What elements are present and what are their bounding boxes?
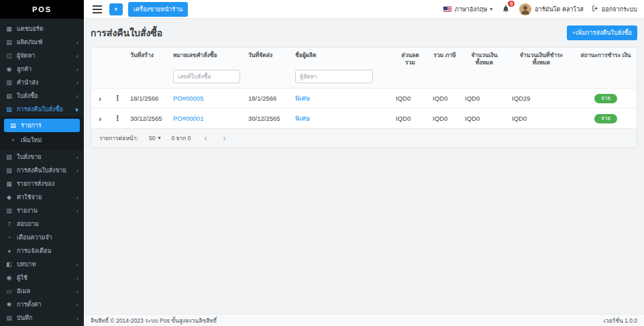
sidebar-item-label: บทบาท (17, 260, 72, 269)
sidebar-item-label: บันทึก (17, 313, 72, 323)
sidebar-item-suppliers[interactable]: ◫ ผู้จัดหา ‹ (0, 49, 84, 62)
notifications-button[interactable]: 0 (500, 3, 511, 15)
next-page-button[interactable]: › (221, 133, 229, 143)
total-amount-cell: IQD0 (461, 109, 508, 129)
column-header-supplier-name: ชื่อผู้ผลิต (291, 48, 392, 67)
sidebar-item-customers[interactable]: ◉ ลูกค้า ‹ (0, 62, 84, 76)
table-row: › ⋮ 18/1/2566 PO#00005 18/1/2566 พิเศษ I… (91, 89, 637, 109)
chevron-left-icon: ‹ (76, 79, 78, 87)
caret-down-icon: ▾ (158, 135, 160, 141)
sidebar-item-purchase-returns[interactable]: ▨ การส่งคืนใบสั่งซื้อ ▾ (0, 103, 84, 116)
sidebar-item-sales-orders[interactable]: ▧ ใบสั่งขาย ‹ (0, 150, 84, 164)
email-icon: ▭ (5, 288, 13, 294)
app-logo[interactable]: POS (0, 0, 84, 19)
sidebar-item-expenses[interactable]: ◆ ค่าใช้จ่าย ‹ (0, 191, 84, 204)
sidebar-item-label: ค่าใช้จ่าย (17, 193, 72, 202)
sidebar-subitem-list[interactable]: ▤ รายการ (4, 119, 80, 132)
sidebar-item-dashboard[interactable]: ▦ แดชบอร์ด (0, 22, 84, 36)
sidebar-item-roles[interactable]: ◧ บทบาท ‹ (0, 258, 84, 271)
total-discount-cell: IQD0 (392, 89, 429, 109)
pos-terminal-button[interactable]: เครื่องขายหน้าร้าน (128, 2, 188, 17)
sidebar-item-users[interactable]: ◉ ผู้ใช้ ‹ (0, 271, 84, 284)
chevron-left-icon: ‹ (76, 274, 78, 282)
expenses-icon: ◆ (5, 194, 13, 201)
chevron-left-icon: ‹ (76, 66, 78, 73)
supplier-filter-input[interactable] (295, 70, 373, 83)
column-header-total-paid: จำนวนเงินที่ชำระ ทั้งหมด (508, 48, 575, 67)
order-number-link[interactable]: PO#00001 (173, 115, 203, 122)
sidebar-item-label: การส่งคืนใบสั่งซื้อ (17, 105, 71, 114)
sidebar-item-label: รายการสั่งของ (17, 179, 78, 188)
sidebar-item-inquiry[interactable]: ? สอบถาม (0, 217, 84, 231)
sidebar-item-purchase-orders[interactable]: ▧ ใบสั่งซื้อ ‹ (0, 89, 84, 103)
page-header: การส่งคืนใบสั่งซื้อ +เพิ่มการส่งคืนใบสั่… (91, 25, 637, 40)
chevron-left-icon: ‹ (76, 288, 78, 295)
sidebar-item-label: ผู้จัดหา (17, 51, 72, 60)
language-label: ภาษาอังกฤษ (455, 5, 488, 14)
sales-orders-icon: ▧ (5, 154, 13, 160)
created-date-cell: 30/12/2565 (126, 109, 169, 129)
sidebar: POS ▦ แดชบอร์ด ▤ ผลิตภัณฑ์ ‹ ◫ ผู้จัดหา … (0, 0, 84, 326)
sidebar-item-notifications[interactable]: ◕ การแจ้งเตือน (0, 244, 84, 258)
user-menu[interactable]: อาร์มันโด คลาโวส (519, 3, 584, 15)
expand-row-icon[interactable]: › (99, 95, 101, 103)
list-icon: ▤ (9, 122, 17, 129)
previous-page-button[interactable]: ‹ (202, 133, 210, 143)
sidebar-item-logs[interactable]: ▤ บันทึก ‹ (0, 311, 84, 325)
row-menu-icon[interactable]: ⋮ (114, 114, 121, 122)
reports-icon: ▥ (5, 207, 13, 214)
sidebar-item-items-list[interactable]: ▦ รายการสั่งของ (0, 177, 84, 191)
created-date-cell: 18/1/2566 (126, 89, 169, 109)
column-header-payment-status: สถานะการชำระ เงิน (575, 48, 637, 67)
column-header-shipped-date: วันที่จัดส่ง (244, 48, 291, 67)
logout-button[interactable]: ออกจากระบบ (592, 5, 637, 14)
menu-toggle-icon[interactable] (91, 3, 104, 15)
table-body: › ⋮ 18/1/2566 PO#00005 18/1/2566 พิเศษ I… (91, 89, 637, 129)
total-tax-cell: IQD0 (429, 109, 461, 129)
sidebar-item-label: รายงาน (17, 206, 72, 215)
delivery-icon: ▥ (5, 79, 13, 86)
add-purchase-return-button[interactable]: +เพิ่มการส่งคืนใบสั่งซื้อ (567, 25, 637, 40)
header-row: วันที่สร้าง หมายเลขคำสั่งซื้อ วันที่จัดส… (91, 48, 637, 67)
total-discount-cell: IQD0 (392, 109, 429, 129)
order-number-link[interactable]: PO#00005 (173, 95, 203, 102)
language-selector[interactable]: ภาษาอังกฤษ ▾ (443, 5, 493, 14)
sidebar-item-label: ผลิตภัณฑ์ (17, 38, 72, 47)
sidebar-subitem-label: เพิ่มใหม่ (21, 135, 42, 145)
chevron-left-icon: ‹ (76, 39, 78, 46)
quick-add-button[interactable]: + (109, 3, 123, 15)
version-text: เวอร์ชั่น 1.0.0 (604, 316, 637, 325)
order-number-filter-input[interactable] (173, 70, 240, 83)
expand-row-icon[interactable]: › (99, 115, 101, 123)
table-header: วันที่สร้าง หมายเลขคำสั่งซื้อ วันที่จัดส… (91, 48, 637, 89)
row-menu-icon[interactable]: ⋮ (114, 94, 121, 102)
user-name: อาร์มันโด คลาโวส (535, 5, 584, 14)
column-header-created-date: วันที่สร้าง (126, 48, 169, 67)
purchase-returns-submenu: ▤ รายการ + เพิ่มใหม่ (0, 116, 84, 150)
sidebar-subitem-add-new[interactable]: + เพิ่มใหม่ (4, 133, 80, 147)
rows-per-page-select[interactable]: 50 ▾ (149, 135, 160, 142)
payment-status-badge: จ่าย (594, 94, 617, 103)
sidebar-item-reports[interactable]: ▥ รายงาน ‹ (0, 204, 84, 217)
users-icon: ◉ (5, 274, 13, 281)
sidebar-item-settings[interactable]: ✱ การตั้งค่า ‹ (0, 298, 84, 311)
customers-icon: ◉ (5, 66, 13, 72)
supplier-link[interactable]: พิเศษ (295, 115, 310, 122)
sidebar-item-reminders[interactable]: ◔ เตือนความจำ (0, 231, 84, 244)
copyright-text: ลิขสิทธิ์ © 2014-2023 ระบบ Pos ขั้นสูงสง… (91, 316, 217, 325)
purchase-returns-icon: ▨ (5, 106, 13, 113)
sidebar-item-sales-returns[interactable]: ▨ การส่งคืนใบสั่งขาย ‹ (0, 164, 84, 177)
sidebar-item-label: ใบสั่งซื้อ (17, 91, 72, 101)
sidebar-item-label: เตือนความจำ (17, 233, 78, 242)
column-header-expand (91, 48, 109, 67)
sidebar-item-delivery-note[interactable]: ▥ คำนำส่ง ‹ (0, 76, 84, 89)
rows-per-page-value: 50 (149, 135, 155, 142)
payment-status-badge: จ่าย (594, 114, 617, 123)
sidebar-item-products[interactable]: ▤ ผลิตภัณฑ์ ‹ (0, 36, 84, 49)
sidebar-item-email[interactable]: ▭ อีเมล ‹ (0, 284, 84, 298)
reminder-icon: ◔ (5, 234, 13, 241)
dashboard-icon: ▦ (5, 25, 13, 32)
chevron-left-icon: ‹ (76, 154, 78, 161)
supplier-link[interactable]: พิเศษ (295, 95, 310, 102)
total-tax-cell: IQD0 (429, 89, 461, 109)
